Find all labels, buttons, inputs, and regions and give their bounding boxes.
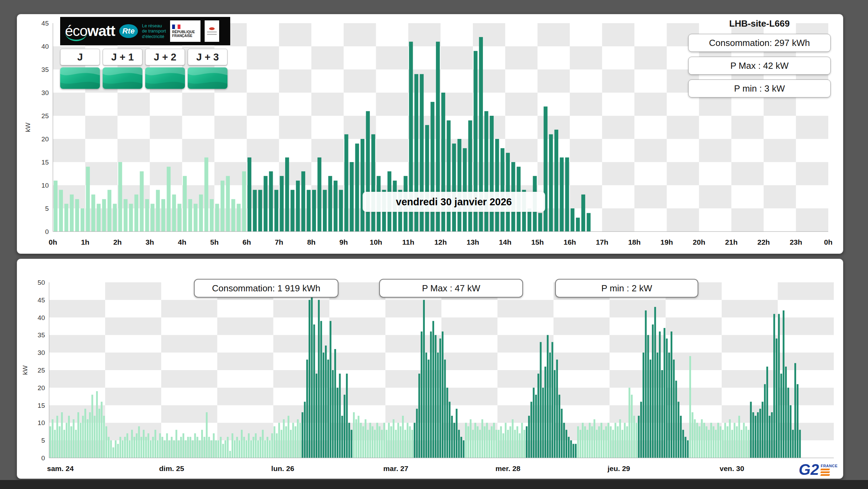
bar[interactable]: [645, 310, 647, 458]
bar[interactable]: [507, 430, 509, 458]
bar[interactable]: [73, 419, 74, 458]
bar[interactable]: [566, 430, 567, 458]
bar[interactable]: [80, 423, 82, 458]
bar[interactable]: [584, 426, 586, 458]
bar[interactable]: [150, 440, 151, 458]
bar[interactable]: [451, 416, 453, 458]
bar[interactable]: [750, 402, 752, 458]
bar[interactable]: [598, 426, 600, 458]
bar[interactable]: [358, 416, 360, 458]
bar[interactable]: [540, 342, 542, 458]
bar[interactable]: [118, 162, 122, 232]
bar[interactable]: [313, 325, 315, 458]
bar[interactable]: [533, 388, 534, 458]
bar[interactable]: [248, 433, 250, 458]
bar[interactable]: [603, 430, 605, 458]
bar[interactable]: [239, 440, 240, 458]
bar[interactable]: [323, 352, 324, 458]
bar[interactable]: [96, 391, 98, 458]
bar[interactable]: [652, 325, 654, 458]
bar[interactable]: [360, 423, 362, 458]
bar[interactable]: [312, 190, 316, 232]
bar[interactable]: [544, 106, 548, 232]
bar[interactable]: [71, 426, 72, 458]
bar[interactable]: [738, 416, 740, 458]
bar[interactable]: [365, 419, 366, 458]
bar[interactable]: [133, 437, 135, 458]
bar[interactable]: [544, 367, 546, 458]
bar[interactable]: [366, 111, 370, 232]
bar[interactable]: [587, 213, 590, 232]
bar[interactable]: [330, 321, 332, 458]
bar[interactable]: [285, 158, 289, 232]
bar[interactable]: [743, 423, 745, 458]
bar[interactable]: [70, 195, 74, 232]
bar[interactable]: [668, 352, 670, 458]
bar[interactable]: [127, 433, 128, 458]
bar[interactable]: [664, 328, 665, 458]
bar[interactable]: [156, 190, 160, 232]
bar[interactable]: [502, 433, 504, 458]
bar[interactable]: [745, 426, 747, 458]
bar[interactable]: [112, 448, 114, 458]
bar[interactable]: [204, 158, 208, 232]
bar[interactable]: [783, 310, 784, 458]
bar[interactable]: [194, 204, 197, 232]
bar[interactable]: [381, 430, 383, 458]
bar[interactable]: [418, 374, 420, 458]
bar[interactable]: [633, 416, 635, 458]
bar[interactable]: [787, 388, 789, 458]
bar[interactable]: [257, 440, 259, 458]
bar[interactable]: [204, 437, 205, 458]
bar[interactable]: [617, 426, 619, 458]
bar[interactable]: [81, 208, 84, 232]
bar[interactable]: [708, 430, 710, 458]
bar[interactable]: [715, 430, 717, 458]
bar[interactable]: [654, 307, 656, 458]
bar[interactable]: [766, 367, 768, 458]
bar[interactable]: [650, 360, 651, 458]
bar[interactable]: [393, 419, 394, 458]
bar[interactable]: [372, 426, 373, 458]
bar[interactable]: [762, 402, 763, 458]
bar[interactable]: [694, 419, 696, 458]
bar[interactable]: [724, 423, 726, 458]
bar[interactable]: [792, 430, 794, 458]
bar[interactable]: [215, 204, 219, 232]
bar[interactable]: [519, 433, 521, 458]
bar[interactable]: [531, 402, 532, 458]
bar[interactable]: [400, 426, 401, 458]
bar[interactable]: [780, 374, 782, 458]
bar[interactable]: [785, 367, 787, 458]
bar[interactable]: [426, 352, 427, 458]
bar[interactable]: [159, 433, 161, 458]
bar[interactable]: [291, 190, 295, 232]
bar[interactable]: [54, 181, 57, 232]
bar[interactable]: [731, 430, 733, 458]
bar[interactable]: [94, 416, 95, 458]
bar[interactable]: [215, 440, 217, 458]
bar[interactable]: [549, 352, 551, 458]
bar[interactable]: [323, 190, 327, 232]
bar[interactable]: [673, 360, 675, 458]
bar[interactable]: [479, 430, 481, 458]
bar[interactable]: [339, 374, 341, 458]
bar[interactable]: [474, 423, 476, 458]
bar[interactable]: [675, 380, 677, 458]
bar[interactable]: [222, 444, 224, 458]
bar[interactable]: [344, 134, 348, 232]
bar[interactable]: [587, 430, 588, 458]
bar[interactable]: [274, 190, 278, 232]
bar[interactable]: [131, 430, 133, 458]
bar[interactable]: [306, 360, 308, 458]
bar[interactable]: [631, 395, 633, 458]
bar[interactable]: [596, 430, 598, 458]
bar[interactable]: [325, 346, 327, 458]
bar[interactable]: [505, 423, 506, 458]
bar[interactable]: [516, 426, 518, 458]
bar[interactable]: [748, 430, 749, 458]
bar[interactable]: [66, 423, 67, 458]
bar[interactable]: [320, 321, 322, 458]
bar[interactable]: [778, 314, 780, 458]
bar[interactable]: [89, 412, 91, 458]
